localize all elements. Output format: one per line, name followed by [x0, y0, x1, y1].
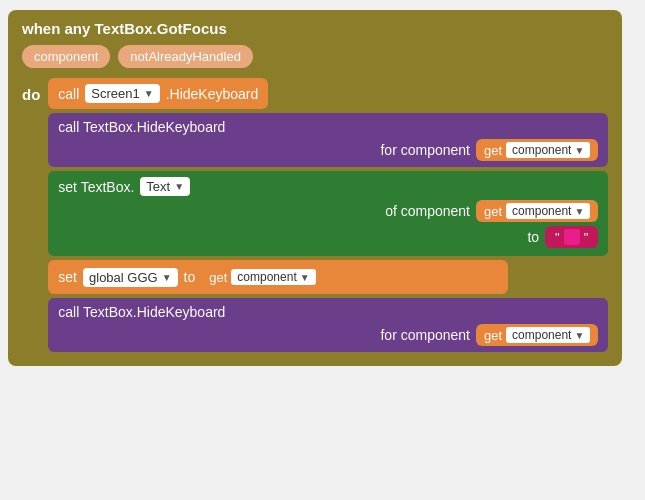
- global-ggg-dropdown[interactable]: global GGG ▼: [83, 268, 178, 287]
- chevron-down-icon: ▼: [162, 272, 172, 283]
- empty-string-block[interactable]: " ": [545, 226, 598, 248]
- set-textbox-label: set TextBox.: [58, 179, 134, 195]
- quote-open: ": [555, 230, 560, 245]
- outer-event-block: when any TextBox.GotFocus component notA…: [8, 10, 622, 366]
- call-screen1-hidekeyboard-block[interactable]: call Screen1 ▼ .HideKeyboard: [48, 78, 268, 109]
- blocks-container: call Screen1 ▼ .HideKeyboard call TextBo…: [48, 78, 608, 352]
- get-component-block1[interactable]: get component ▼: [476, 139, 598, 161]
- quote-close: ": [584, 230, 589, 245]
- for-component-label1: for component: [380, 142, 470, 158]
- not-already-handled-pill[interactable]: notAlreadyHandled: [118, 45, 253, 68]
- for-component-label2: for component: [380, 327, 470, 343]
- set-textbox-text-block[interactable]: set TextBox. Text ▼ of component get com…: [48, 171, 608, 256]
- text-dropdown[interactable]: Text ▼: [140, 177, 190, 196]
- component-value4[interactable]: component ▼: [506, 327, 590, 343]
- chevron-down-icon: ▼: [574, 330, 584, 341]
- component-value1[interactable]: component ▼: [506, 142, 590, 158]
- chevron-down-icon: ▼: [574, 145, 584, 156]
- do-label: do: [22, 86, 40, 103]
- call-label1: call: [58, 86, 79, 102]
- chevron-down-icon: ▼: [300, 272, 310, 283]
- set-label: set: [58, 269, 77, 285]
- chevron-down-icon: ▼: [574, 206, 584, 217]
- hide-keyboard-label1: .HideKeyboard: [166, 86, 259, 102]
- screen1-dropdown[interactable]: Screen1 ▼: [85, 84, 159, 103]
- get-component-block2[interactable]: get component ▼: [476, 200, 598, 222]
- event-title: when any TextBox.GotFocus: [22, 20, 227, 37]
- set-global-ggg-block[interactable]: set global GGG ▼ to get component ▼: [48, 260, 508, 294]
- chevron-down-icon: ▼: [174, 181, 184, 192]
- to-label: to: [527, 229, 539, 245]
- get-component-block4[interactable]: get component ▼: [476, 324, 598, 346]
- component-value2[interactable]: component ▼: [506, 203, 590, 219]
- call-textbox-hidekeyboard-block1[interactable]: call TextBox.HideKeyboard for component …: [48, 113, 608, 167]
- get-component-block3[interactable]: get component ▼: [201, 266, 323, 288]
- of-component-label: of component: [385, 203, 470, 219]
- call-textbox-label2: call TextBox.HideKeyboard: [58, 304, 225, 320]
- component-value3[interactable]: component ▼: [231, 269, 315, 285]
- chevron-down-icon: ▼: [144, 88, 154, 99]
- to-label2: to: [184, 269, 196, 285]
- call-textbox-label1: call TextBox.HideKeyboard: [58, 119, 225, 135]
- event-header: when any TextBox.GotFocus: [22, 20, 608, 37]
- component-pill[interactable]: component: [22, 45, 110, 68]
- call-textbox-hidekeyboard-block2[interactable]: call TextBox.HideKeyboard for component …: [48, 298, 608, 352]
- string-content: [564, 229, 580, 245]
